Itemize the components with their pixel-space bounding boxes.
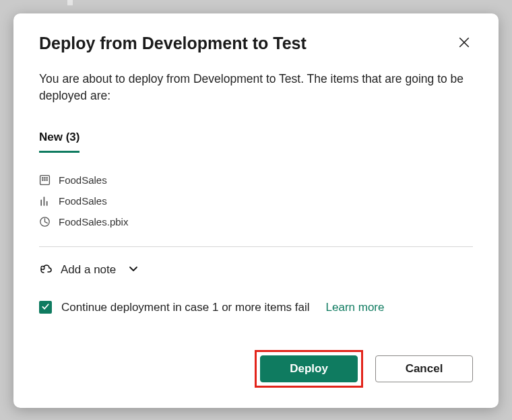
dialog-header: Deploy from Development to Test: [39, 34, 473, 53]
continue-on-fail-label: Continue deployment in case 1 or more it…: [61, 301, 310, 314]
dialog-description: You are about to deploy from Development…: [39, 71, 473, 105]
divider: [39, 246, 473, 247]
deploy-button[interactable]: Deploy: [260, 355, 358, 382]
item-name: FoodSales.pbix: [59, 216, 128, 228]
learn-more-link[interactable]: Learn more: [326, 301, 385, 314]
add-note-label: Add a note: [61, 263, 116, 277]
cancel-button[interactable]: Cancel: [375, 355, 473, 382]
items-list: FoodSales FoodSales FoodSales.pbix: [39, 174, 473, 228]
tabs: New (3): [39, 131, 473, 153]
chevron-down-icon: [128, 263, 139, 277]
svg-point-5: [46, 177, 47, 178]
deploy-dialog: Deploy from Development to Test You are …: [13, 13, 499, 408]
continue-on-fail-row: Continue deployment in case 1 or more it…: [39, 301, 473, 314]
close-button[interactable]: [455, 34, 473, 51]
dialog-footer: Deploy Cancel: [39, 350, 473, 388]
svg-point-4: [44, 177, 45, 178]
svg-point-8: [46, 180, 47, 180]
list-item: FoodSales: [39, 195, 473, 207]
item-name: FoodSales: [59, 195, 107, 207]
dataset-icon: [39, 174, 51, 186]
deploy-highlight: Deploy: [255, 350, 363, 388]
dialog-title: Deploy from Development to Test: [39, 34, 307, 53]
svg-point-3: [42, 177, 43, 178]
continue-on-fail-checkbox[interactable]: [39, 301, 52, 314]
close-icon: [458, 36, 470, 48]
add-note-icon: [39, 263, 53, 277]
add-note-toggle[interactable]: Add a note: [39, 263, 473, 277]
tab-new[interactable]: New (3): [39, 131, 79, 153]
svg-point-7: [44, 180, 45, 180]
item-name: FoodSales: [59, 174, 107, 186]
pbix-file-icon: [39, 216, 51, 228]
background-text: [67, 0, 73, 5]
check-icon: [41, 301, 50, 314]
svg-point-6: [42, 180, 43, 180]
report-icon: [39, 195, 51, 207]
list-item: FoodSales.pbix: [39, 216, 473, 228]
list-item: FoodSales: [39, 174, 473, 186]
